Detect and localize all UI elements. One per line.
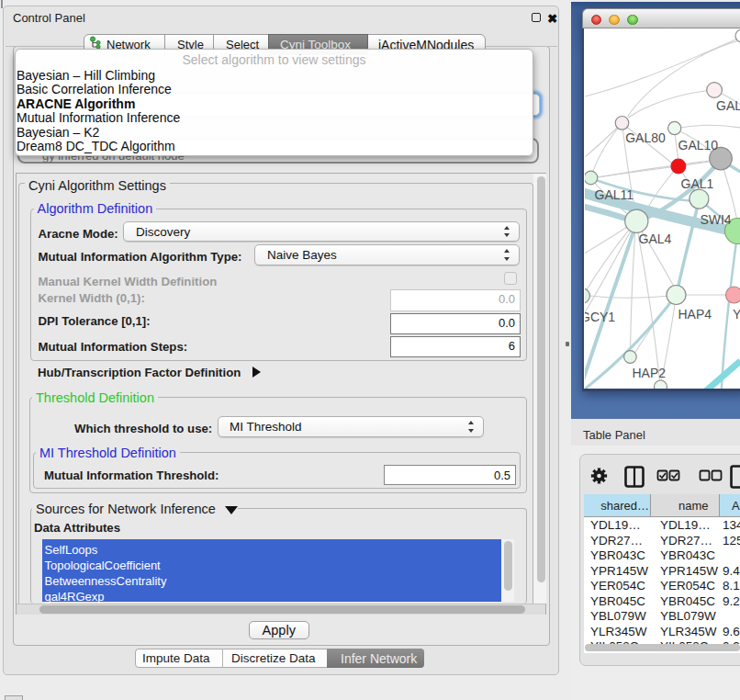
- svg-text:GCY1: GCY1: [585, 310, 615, 324]
- svg-text:GAL7: GAL7: [716, 98, 740, 113]
- svg-text:HAP2: HAP2: [632, 366, 666, 380]
- svg-text:GAL4: GAL4: [638, 231, 671, 246]
- svg-text:HAP4: HAP4: [678, 307, 712, 322]
- svg-text:GAL11: GAL11: [594, 187, 633, 202]
- svg-text:GAL1: GAL1: [680, 176, 713, 191]
- svg-text:YE: YE: [733, 307, 740, 322]
- svg-text:SWI4: SWI4: [700, 212, 731, 227]
- svg-text:GAL10: GAL10: [678, 138, 718, 152]
- svg-text:GAL80: GAL80: [625, 130, 666, 145]
